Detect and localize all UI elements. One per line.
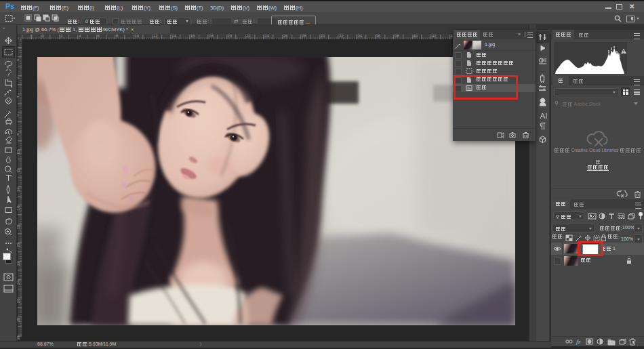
svg-text:fx: fx: [576, 338, 581, 345]
